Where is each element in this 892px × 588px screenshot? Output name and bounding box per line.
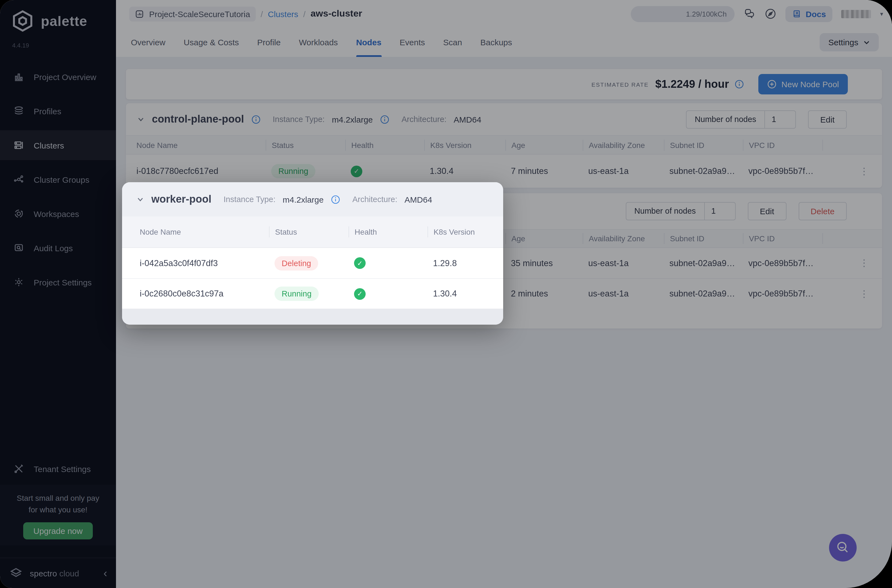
node-name: i-042a5a3c0f4f07df3 [122,258,269,268]
table-row: i-042a5a3c0f4f07df3 Deleting ✓ 1.29.8 [122,248,503,278]
pool-header: worker-pool Instance Type: m4.2xlarge Ar… [122,182,503,216]
instance-type-value: m4.2xlarge [283,195,324,204]
col-k8s-version: K8s Version [428,226,503,237]
node-health: ✓ [348,257,428,269]
app-root: palette 4.4.19 Project Overview Profiles [0,0,892,588]
pool-name: worker-pool [151,193,211,206]
node-health: ✓ [348,288,428,300]
col-health: Health [348,226,428,237]
table-row: i-0c2680c0e8c31c97a Running ✓ 1.30.4 [122,278,503,309]
architecture-label: Architecture: [352,195,397,204]
health-check-icon: ✓ [354,257,366,269]
health-check-icon: ✓ [354,288,366,300]
node-name: i-0c2680c0e8c31c97a [122,289,269,299]
node-status: Deleting [269,256,348,270]
node-status: Running [269,286,348,301]
instance-type-label: Instance Type: [224,195,275,204]
table-header: Node Name Status Health K8s Version [122,216,503,248]
worker-pool-spotlight-card: worker-pool Instance Type: m4.2xlarge Ar… [122,182,503,325]
chevron-down-icon[interactable] [137,195,144,203]
info-icon[interactable] [331,195,340,204]
node-k8s-version: 1.29.8 [428,258,503,268]
node-k8s-version: 1.30.4 [428,289,503,299]
architecture-value: AMD64 [405,195,432,204]
col-status: Status [269,226,348,237]
palette-app-window: palette 4.4.19 Project Overview Profiles [0,0,892,588]
spotlight-card-footer [122,309,503,325]
col-node-name: Node Name [122,228,269,236]
